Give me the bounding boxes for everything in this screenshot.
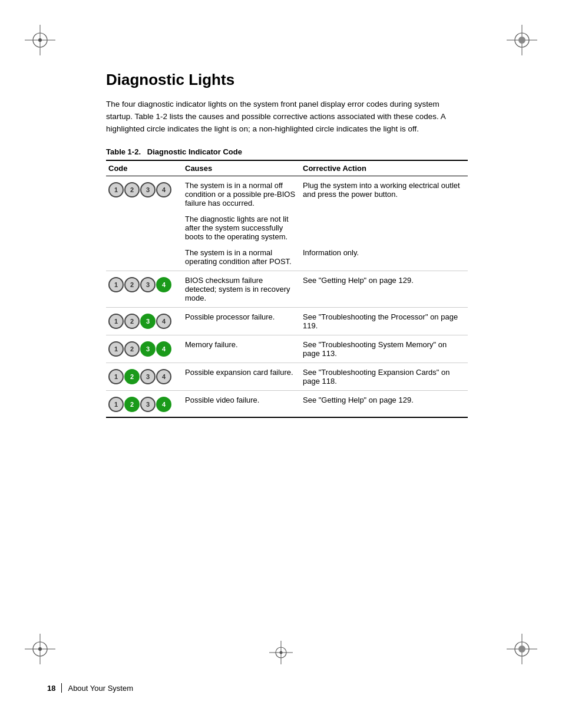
light-2: 2 bbox=[124, 369, 140, 384]
code-cell: 1234 bbox=[106, 390, 183, 417]
cause-cell: Possible video failure. bbox=[183, 390, 300, 417]
action-cell bbox=[300, 210, 468, 243]
cause-cell: Memory failure. bbox=[183, 335, 300, 363]
page-title: Diagnostic Lights bbox=[106, 71, 468, 89]
page-number: 18 bbox=[47, 684, 55, 693]
light-3: 3 bbox=[140, 314, 156, 329]
code-cell: 1234 bbox=[106, 176, 183, 271]
light-3: 3 bbox=[140, 397, 156, 412]
light-2: 2 bbox=[124, 341, 140, 357]
code-cell: 1234 bbox=[106, 335, 183, 363]
light-1: 1 bbox=[108, 369, 124, 384]
cause-cell: Possible processor failure. bbox=[183, 307, 300, 335]
action-cell: See "Troubleshooting the Processor" on p… bbox=[300, 307, 468, 335]
diagnostic-lights: 1234 bbox=[108, 397, 178, 412]
page: Diagnostic Lights The four diagnostic in… bbox=[0, 0, 562, 728]
table-row: 1234BIOS checksum failure detected; syst… bbox=[106, 271, 468, 307]
light-4: 4 bbox=[156, 397, 171, 412]
cause-cell: The system is in a normal operating cond… bbox=[183, 243, 300, 271]
reg-mark-tl bbox=[25, 25, 55, 55]
light-3: 3 bbox=[140, 277, 156, 292]
reg-mark-tr bbox=[507, 25, 537, 55]
diagnostic-lights: 1234 bbox=[108, 314, 178, 329]
action-cell: See "Getting Help" on page 129. bbox=[300, 271, 468, 307]
code-cell: 1234 bbox=[106, 363, 183, 390]
action-cell: See "Troubleshooting Expansion Cards" on… bbox=[300, 363, 468, 390]
light-4: 4 bbox=[156, 314, 171, 329]
reg-mark-bc bbox=[269, 641, 293, 664]
table-row: 1234The system is in a normal off condit… bbox=[106, 176, 468, 210]
table-caption-label: Table 1-2. bbox=[106, 147, 141, 156]
light-1: 1 bbox=[108, 341, 124, 357]
table-caption: Table 1-2. Diagnostic Indicator Code bbox=[106, 147, 468, 156]
light-4: 4 bbox=[156, 369, 171, 384]
svg-point-7 bbox=[518, 37, 525, 44]
svg-point-11 bbox=[38, 647, 42, 651]
cause-cell: Possible expansion card failure. bbox=[183, 363, 300, 390]
diagnostic-lights: 1234 bbox=[108, 369, 178, 384]
table-caption-title: Diagnostic Indicator Code bbox=[147, 147, 242, 156]
diagnostic-table: Code Causes Corrective Action 1234The sy… bbox=[106, 160, 468, 418]
table-row: 1234Possible expansion card failure.See … bbox=[106, 363, 468, 390]
col-header-code: Code bbox=[106, 160, 183, 176]
light-4: 4 bbox=[156, 277, 171, 292]
action-cell: Plug the system into a working electrica… bbox=[300, 176, 468, 210]
action-cell: See "Troubleshooting System Memory" on p… bbox=[300, 335, 468, 363]
reg-mark-br bbox=[507, 634, 537, 664]
light-3: 3 bbox=[140, 369, 156, 384]
table-row: 1234Possible video failure.See "Getting … bbox=[106, 390, 468, 417]
light-1: 1 bbox=[108, 277, 124, 292]
diagnostic-lights: 1234 bbox=[108, 182, 178, 197]
main-content: Diagnostic Lights The four diagnostic in… bbox=[106, 71, 468, 418]
light-1: 1 bbox=[108, 182, 124, 197]
action-cell: Information only. bbox=[300, 243, 468, 271]
cause-cell: BIOS checksum failure detected; system i… bbox=[183, 271, 300, 307]
table-row: 1234Possible processor failure.See "Trou… bbox=[106, 307, 468, 335]
action-cell: See "Getting Help" on page 129. bbox=[300, 390, 468, 417]
light-2: 2 bbox=[124, 182, 140, 197]
light-4: 4 bbox=[156, 341, 171, 357]
footer-separator bbox=[61, 683, 62, 693]
col-header-action: Corrective Action bbox=[300, 160, 468, 176]
cause-cell: The diagnostic lights are not lit after … bbox=[183, 210, 300, 243]
light-1: 1 bbox=[108, 314, 124, 329]
light-1: 1 bbox=[108, 397, 124, 412]
col-header-causes: Causes bbox=[183, 160, 300, 176]
svg-point-3 bbox=[38, 38, 42, 42]
cause-cell: The system is in a normal off condition … bbox=[183, 176, 300, 210]
code-cell: 1234 bbox=[106, 271, 183, 307]
light-4: 4 bbox=[156, 182, 171, 197]
code-cell: 1234 bbox=[106, 307, 183, 335]
diagnostic-lights: 1234 bbox=[108, 341, 178, 357]
light-2: 2 bbox=[124, 397, 140, 412]
light-3: 3 bbox=[140, 341, 156, 357]
table-row: 1234Memory failure.See "Troubleshooting … bbox=[106, 335, 468, 363]
light-2: 2 bbox=[124, 314, 140, 329]
svg-point-15 bbox=[518, 645, 525, 653]
light-2: 2 bbox=[124, 277, 140, 292]
footer-section: About Your System bbox=[68, 684, 133, 693]
light-3: 3 bbox=[140, 182, 156, 197]
footer: 18 About Your System bbox=[47, 683, 515, 693]
svg-point-19 bbox=[280, 651, 283, 654]
intro-text: The four diagnostic indicator lights on … bbox=[106, 98, 468, 136]
diagnostic-lights: 1234 bbox=[108, 277, 178, 292]
reg-mark-bl bbox=[25, 634, 55, 664]
